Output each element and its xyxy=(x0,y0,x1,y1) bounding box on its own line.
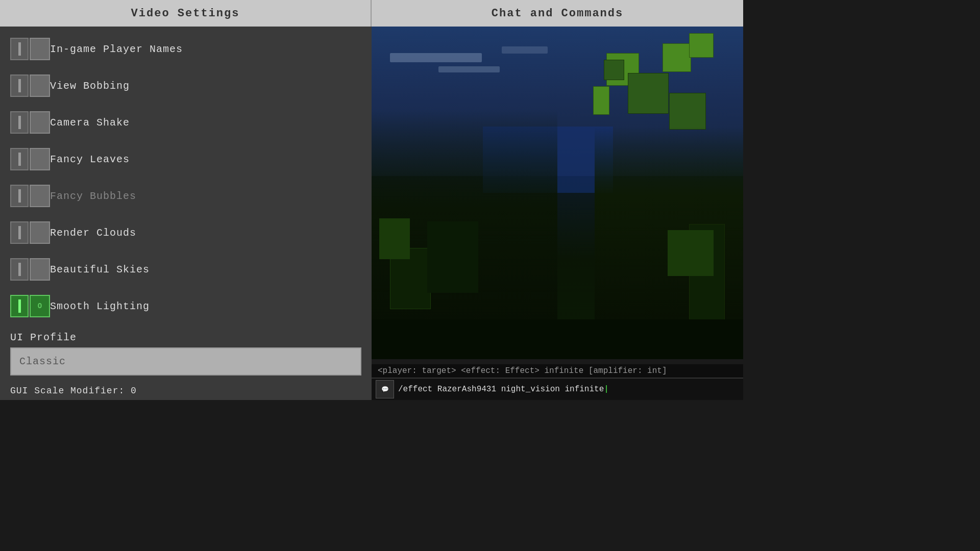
settings-list: In-game Player Names View Bobbing Camera… xyxy=(0,27,372,328)
toggle-beautiful-skies[interactable] xyxy=(10,258,50,281)
chat-input-bar[interactable]: 💬 /effect RazerAsh9431 night_vision infi… xyxy=(372,378,743,400)
left-panel: In-game Player Names View Bobbing Camera… xyxy=(0,27,372,400)
toggle-fancy-leaves[interactable] xyxy=(10,148,50,170)
tree-foliage-2 xyxy=(668,230,714,276)
toggle-left-green xyxy=(10,295,29,317)
chat-hint: <player: target> <effect: Effect> infini… xyxy=(372,364,743,378)
label-camera-shake: Camera Shake xyxy=(50,117,130,129)
video-settings-header: Video Settings xyxy=(0,0,372,27)
toggle-right xyxy=(30,185,50,207)
chat-icon-box: 💬 xyxy=(376,380,394,398)
leaf-block-2 xyxy=(628,73,669,114)
tree-foliage-1 xyxy=(379,218,410,259)
leaf-block-3 xyxy=(663,43,691,72)
toggle-render-clouds[interactable] xyxy=(10,221,50,244)
cloud-2 xyxy=(438,66,500,72)
video-settings-title: Video Settings xyxy=(131,7,240,20)
leaf-block-7 xyxy=(593,86,609,115)
toggle-right-green: O xyxy=(30,295,50,317)
toggle-right xyxy=(30,258,50,281)
toggle-camera-shake[interactable] xyxy=(10,111,50,134)
setting-row-view-bobbing[interactable]: View Bobbing xyxy=(0,67,372,104)
label-render-clouds: Render Clouds xyxy=(50,227,136,239)
ui-profile-label: UI Profile xyxy=(10,332,361,343)
header-bar: Video Settings Chat and Commands xyxy=(0,0,743,27)
toggle-right xyxy=(30,221,50,244)
toggle-left xyxy=(10,258,29,281)
setting-row-beautiful-skies[interactable]: Beautiful Skies xyxy=(0,251,372,288)
setting-row-smooth-lighting[interactable]: O Smooth Lighting xyxy=(0,288,372,324)
toggle-left xyxy=(10,38,29,60)
toggle-smooth-lighting[interactable]: O xyxy=(10,295,50,317)
label-fancy-bubbles: Fancy Bubbles xyxy=(50,190,136,202)
setting-row-camera-shake[interactable]: Camera Shake xyxy=(0,104,372,141)
label-view-bobbing: View Bobbing xyxy=(50,80,130,92)
toggle-left xyxy=(10,185,29,207)
label-smooth-lighting: Smooth Lighting xyxy=(50,300,150,312)
setting-row-render-clouds[interactable]: Render Clouds xyxy=(0,214,372,251)
label-fancy-leaves: Fancy Leaves xyxy=(50,154,130,165)
toggle-left xyxy=(10,74,29,97)
cloud-3 xyxy=(502,46,548,54)
cursor: | xyxy=(604,385,609,394)
toggle-right xyxy=(30,111,50,134)
tree-trunk-2 xyxy=(427,221,478,293)
chat-area: <player: target> <effect: Effect> infini… xyxy=(372,359,743,400)
toggle-left xyxy=(10,221,29,244)
command-text: /effect RazerAsh9431 night_vision infini… xyxy=(398,385,604,394)
leaf-block-5 xyxy=(689,33,714,58)
toggle-right xyxy=(30,74,50,97)
chat-command-input[interactable]: /effect RazerAsh9431 night_vision infini… xyxy=(398,385,739,394)
setting-row-fancy-leaves[interactable]: Fancy Leaves xyxy=(0,141,372,178)
toggle-left xyxy=(10,111,29,134)
toggle-view-bobbing[interactable] xyxy=(10,74,50,97)
leaf-block-4 xyxy=(669,93,706,130)
toggle-right xyxy=(30,148,50,170)
setting-row-fancy-bubbles[interactable]: Fancy Bubbles xyxy=(0,178,372,214)
toggle-player-names[interactable] xyxy=(10,38,50,60)
chat-commands-title: Chat and Commands xyxy=(492,7,623,20)
right-panel: <player: target> <effect: Effect> infini… xyxy=(372,27,743,400)
label-beautiful-skies: Beautiful Skies xyxy=(50,264,150,276)
gui-scale-text: GUI Scale Modifier: 0 xyxy=(10,386,137,396)
gui-scale-footer: GUI Scale Modifier: 0 xyxy=(0,382,372,400)
toggle-fancy-bubbles[interactable] xyxy=(10,185,50,207)
chat-icon: 💬 xyxy=(381,386,389,393)
ui-profile-section: UI Profile Classic xyxy=(0,328,372,382)
chat-commands-header: Chat and Commands xyxy=(372,0,743,27)
cloud-1 xyxy=(390,53,482,62)
label-player-names: In-game Player Names xyxy=(50,43,183,55)
toggle-left xyxy=(10,148,29,170)
ui-profile-dropdown[interactable]: Classic xyxy=(10,347,361,375)
leaf-block-6 xyxy=(604,60,624,80)
toggle-right xyxy=(30,38,50,60)
setting-row-player-names[interactable]: In-game Player Names xyxy=(0,31,372,67)
ground xyxy=(372,319,743,359)
game-view xyxy=(372,27,743,359)
main-content: In-game Player Names View Bobbing Camera… xyxy=(0,27,743,400)
